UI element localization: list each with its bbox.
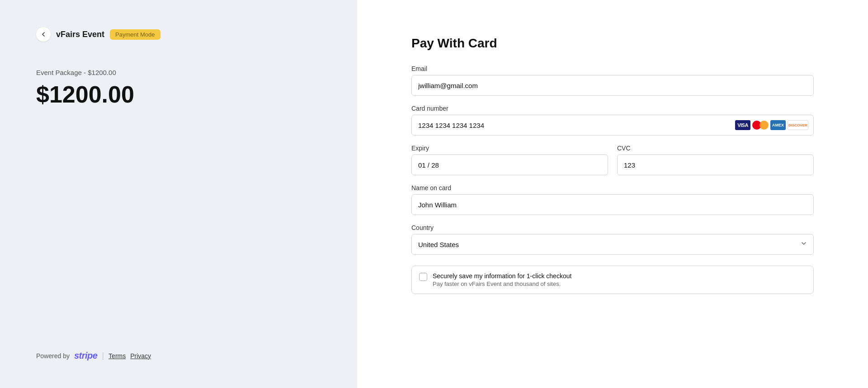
country-select[interactable]: United States United Kingdom Canada Aust… — [411, 234, 814, 255]
name-group: Name on card — [411, 184, 814, 215]
cvc-input[interactable] — [617, 154, 814, 175]
card-number-group: Card number VISA AMEX DISCOVER — [411, 105, 814, 136]
save-info-checkbox[interactable] — [419, 273, 427, 281]
package-label: Event Package - $1200.00 — [36, 69, 321, 76]
payment-mode-badge: Payment Mode — [110, 29, 160, 40]
country-group: Country United States United Kingdom Can… — [411, 224, 814, 255]
footer-row: Powered by stripe | Terms Privacy — [36, 332, 321, 361]
powered-by-text: Powered by — [36, 352, 70, 360]
expiry-cvc-row: Expiry CVC — [411, 145, 814, 184]
right-panel: Pay With Card Email Card number VISA AME… — [357, 0, 868, 388]
name-label: Name on card — [411, 184, 814, 192]
cvc-label: CVC — [617, 145, 814, 152]
save-sub-text: Pay faster on vFairs Event and thousand … — [433, 280, 571, 287]
card-input-wrapper: VISA AMEX DISCOVER — [411, 115, 814, 136]
header-row: vFairs Event Payment Mode — [36, 27, 321, 42]
email-label: Email — [411, 65, 814, 72]
price-display: $1200.00 — [36, 81, 321, 108]
divider: | — [102, 351, 104, 360]
email-input[interactable] — [411, 75, 814, 96]
name-input[interactable] — [411, 194, 814, 215]
mastercard-icon — [752, 120, 769, 130]
save-info-text: Securely save my information for 1-click… — [433, 272, 571, 287]
expiry-group: Expiry — [411, 145, 608, 175]
stripe-logo: stripe — [74, 351, 97, 361]
expiry-input[interactable] — [411, 154, 608, 175]
back-button[interactable] — [36, 27, 51, 42]
save-main-text: Securely save my information for 1-click… — [433, 272, 571, 280]
amex-icon: AMEX — [770, 120, 786, 130]
card-icons: VISA AMEX DISCOVER — [735, 120, 808, 130]
page-title: Pay With Card — [411, 36, 814, 51]
left-panel: vFairs Event Payment Mode Event Package … — [0, 0, 357, 388]
chevron-left-icon — [40, 31, 47, 38]
country-select-wrapper: United States United Kingdom Canada Aust… — [411, 234, 814, 255]
save-info-box: Securely save my information for 1-click… — [411, 266, 814, 294]
cvc-group: CVC — [617, 145, 814, 175]
card-number-label: Card number — [411, 105, 814, 112]
country-label: Country — [411, 224, 814, 231]
privacy-link[interactable]: Privacy — [130, 352, 151, 360]
email-group: Email — [411, 65, 814, 96]
terms-link[interactable]: Terms — [108, 352, 126, 360]
visa-icon: VISA — [735, 120, 750, 130]
event-title: vFairs Event — [56, 30, 104, 39]
expiry-label: Expiry — [411, 145, 608, 152]
discover-icon: DISCOVER — [788, 120, 808, 130]
